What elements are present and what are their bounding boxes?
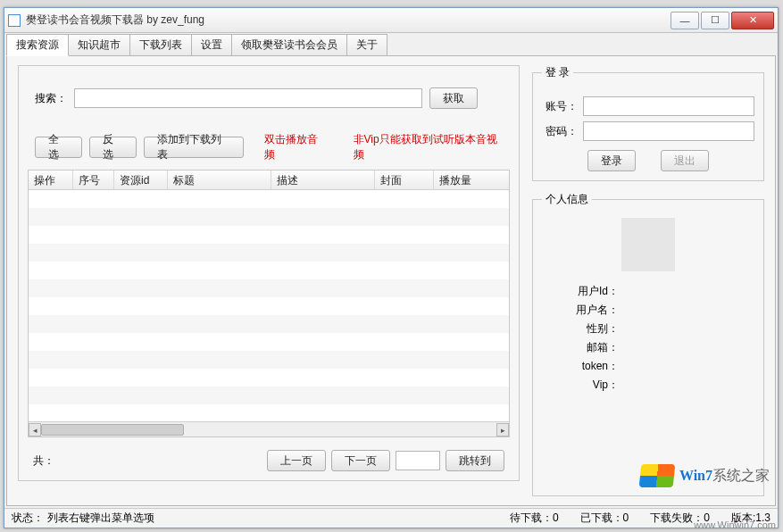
window-title: 樊登读书会音视频下载器 by zev_fung	[26, 12, 204, 28]
status-done: 已下载：0	[580, 511, 629, 526]
fetch-button[interactable]: 获取	[429, 87, 478, 109]
scroll-thumb[interactable]	[41, 424, 184, 436]
uid-label: 用户Id：	[542, 284, 622, 299]
statusbar: 状态： 列表右键弹出菜单选项 待下载：0 已下载：0 下载失败：0 版本:1.3	[4, 508, 778, 528]
account-label: 账号：	[542, 99, 578, 114]
scroll-right-icon[interactable]: ▸	[496, 423, 509, 436]
profile-legend: 个人信息	[542, 192, 592, 207]
prev-page-button[interactable]: 上一页	[267, 450, 326, 471]
col-cover[interactable]: 封面	[375, 170, 434, 189]
total-label: 共：	[33, 453, 54, 469]
logout-button[interactable]: 退出	[661, 150, 709, 171]
col-plays[interactable]: 播放量	[434, 170, 487, 189]
mail-label: 邮箱：	[542, 340, 622, 355]
col-action[interactable]: 操作	[29, 170, 73, 189]
col-desc[interactable]: 描述	[271, 170, 375, 189]
status-label: 状态：	[12, 511, 44, 526]
tab-search-resources[interactable]: 搜索资源	[6, 34, 69, 56]
watermark-url: www.Winwin7.com	[694, 520, 776, 530]
tabstrip: 搜索资源 知识超市 下载列表 设置 领取樊登读书会会员 关于	[4, 33, 778, 55]
search-panel: 搜索： 获取 全选 反选 添加到下载列表 双击播放音频 非Vip只能获取到试听版…	[18, 65, 520, 481]
profile-panel: 个人信息 用户Id： 用户名： 性别： 邮箱： token： Vip：	[532, 192, 764, 496]
scroll-left-icon[interactable]: ◂	[29, 423, 41, 436]
tip-non-vip: 非Vip只能获取到试听版本音视频	[354, 132, 503, 162]
col-title[interactable]: 标题	[168, 170, 271, 189]
sex-label: 性别：	[542, 321, 622, 337]
window-buttons: — ☐ ✕	[669, 12, 774, 29]
results-table: 操作 序号 资源id 标题 描述 封面 播放量 ◂ ▸	[28, 170, 510, 437]
tab-body: 搜索： 获取 全选 反选 添加到下载列表 双击播放音频 非Vip只能获取到试听版…	[6, 55, 776, 506]
avatar	[621, 218, 675, 271]
close-button[interactable]: ✕	[731, 12, 774, 29]
goto-page-button[interactable]: 跳转到	[446, 450, 504, 471]
tab-about[interactable]: 关于	[346, 34, 387, 56]
add-to-download-button[interactable]: 添加到下载列表	[144, 137, 243, 158]
password-input[interactable]	[583, 121, 754, 141]
profile-lines: 用户Id： 用户名： 性别： 邮箱： token： Vip：	[542, 280, 754, 396]
uname-label: 用户名：	[542, 303, 622, 318]
login-button[interactable]: 登录	[587, 150, 636, 171]
token-label: token：	[542, 359, 622, 374]
right-pane: 登 录 账号： 密码： 登录 退出 个人信息	[530, 65, 766, 496]
next-page-button[interactable]: 下一页	[331, 450, 390, 471]
account-input[interactable]	[583, 96, 754, 116]
table-body[interactable]	[29, 190, 509, 421]
login-panel: 登 录 账号： 密码： 登录 退出	[532, 65, 764, 181]
app-window: 樊登读书会音视频下载器 by zev_fung — ☐ ✕ 搜索资源 知识超市 …	[4, 7, 779, 528]
tab-download-list[interactable]: 下载列表	[129, 34, 192, 56]
login-legend: 登 录	[542, 65, 573, 80]
titlebar: 樊登读书会音视频下载器 by zev_fung — ☐ ✕	[4, 8, 778, 33]
pager-row: 共： 上一页 下一页 跳转到	[28, 437, 510, 475]
col-resid[interactable]: 资源id	[114, 170, 168, 189]
select-all-button[interactable]: 全选	[35, 137, 82, 158]
minimize-button[interactable]: —	[671, 12, 699, 29]
tab-settings[interactable]: 设置	[191, 34, 232, 56]
password-label: 密码：	[542, 124, 578, 139]
search-input[interactable]	[74, 88, 422, 108]
search-label: 搜索：	[35, 91, 67, 106]
maximize-button[interactable]: ☐	[701, 12, 729, 29]
status-text: 列表右键弹出菜单选项	[47, 511, 154, 526]
tab-get-membership[interactable]: 领取樊登读书会会员	[231, 34, 347, 56]
search-row: 搜索： 获取	[28, 77, 510, 112]
left-pane: 搜索： 获取 全选 反选 添加到下载列表 双击播放音频 非Vip只能获取到试听版…	[16, 65, 521, 496]
tip-double-click: 双击播放音频	[264, 132, 327, 162]
status-pending: 待下载：0	[510, 511, 559, 526]
invert-select-button[interactable]: 反选	[89, 137, 137, 158]
app-icon	[8, 14, 21, 27]
tab-knowledge-market[interactable]: 知识超市	[68, 34, 130, 56]
table-header: 操作 序号 资源id 标题 描述 封面 播放量	[29, 170, 509, 190]
goto-page-input[interactable]	[396, 451, 440, 470]
vip-label: Vip：	[542, 378, 622, 393]
horizontal-scrollbar[interactable]: ◂ ▸	[29, 421, 509, 436]
action-row: 全选 反选 添加到下载列表 双击播放音频 非Vip只能获取到试听版本音视频	[28, 112, 510, 170]
col-index[interactable]: 序号	[73, 170, 114, 189]
